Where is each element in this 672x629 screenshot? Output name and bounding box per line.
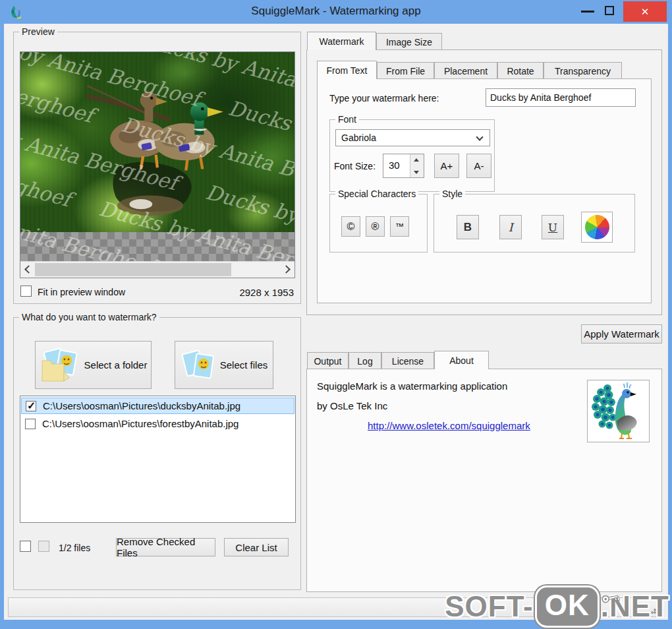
italic-button[interactable]: I xyxy=(499,215,522,239)
tab-output[interactable]: Output xyxy=(307,352,349,369)
apply-watermark-button[interactable]: Apply Watermark xyxy=(581,324,662,344)
chevron-down-icon xyxy=(476,133,483,140)
app-window: SquiggleMark - Watermarking app ✕ Previe… xyxy=(0,0,672,629)
spinner-down-icon[interactable] xyxy=(410,166,424,178)
tab-from-file[interactable]: From File xyxy=(377,62,434,79)
file-path: C:\Users\oosman\Pictures\forestbyAnitab.… xyxy=(42,418,238,429)
font-family-dropdown[interactable]: Gabriola xyxy=(335,129,490,146)
font-family-value: Gabriola xyxy=(341,133,376,143)
close-button[interactable]: ✕ xyxy=(623,1,667,22)
title-bar: SquiggleMark - Watermarking app ✕ xyxy=(0,0,672,24)
transparency-checker xyxy=(20,232,294,261)
preview-group: Preview xyxy=(13,32,301,304)
window-title: SquiggleMark - Watermarking app xyxy=(0,5,672,18)
key-icon xyxy=(601,592,621,604)
registered-button[interactable]: ® xyxy=(366,216,385,237)
font-group: Font Gabriola Font Size: 30 A+ A- xyxy=(329,119,495,192)
spinner-up-icon[interactable] xyxy=(410,154,424,166)
watermark-source-group: What do you want to watermark? Select a … xyxy=(13,317,301,590)
font-size-spinner[interactable]: 30 xyxy=(383,154,424,178)
type-watermark-label: Type your watermark here: xyxy=(329,93,439,104)
peacock-logo-icon xyxy=(588,380,649,442)
peacock-tail xyxy=(592,384,617,429)
partial-select-checkbox[interactable] xyxy=(38,541,49,552)
file-path: C:\Users\oosman\Pictures\ducksbyAnitab.j… xyxy=(43,400,240,411)
copyright-button[interactable]: © xyxy=(341,216,360,237)
about-line1: SquiggleMark is a watermarking applicati… xyxy=(317,380,507,392)
font-size-value: 30 xyxy=(383,154,410,177)
preview-image xyxy=(20,52,294,232)
file-checkbox-unchecked[interactable] xyxy=(25,419,36,429)
tab-watermark[interactable]: Watermark xyxy=(307,32,376,50)
select-folder-label: Select a folder xyxy=(84,359,148,371)
tab-image-size[interactable]: Image Size xyxy=(376,33,442,50)
watermark-source-label: What do you want to watermark? xyxy=(19,312,159,322)
scroll-left-icon[interactable] xyxy=(24,265,33,274)
maximize-button[interactable] xyxy=(605,6,614,15)
preview-group-label: Preview xyxy=(19,26,57,37)
fit-preview-checkbox[interactable] xyxy=(20,285,32,297)
photos-icon xyxy=(181,347,216,384)
preview-horizontal-scrollbar[interactable] xyxy=(20,261,294,278)
minimize-button[interactable] xyxy=(581,7,594,13)
font-decrease-button[interactable]: A- xyxy=(466,154,491,178)
ducks-photo-illustration xyxy=(86,59,231,224)
remove-checked-files-button[interactable]: Remove Checked Files xyxy=(116,538,215,556)
tab-from-text[interactable]: From Text xyxy=(317,61,377,79)
watermark-text-input[interactable] xyxy=(486,88,636,107)
peacock-logo xyxy=(587,380,650,442)
brand-pre: SOFT- xyxy=(445,590,534,623)
style-group: Style B I U xyxy=(434,194,635,253)
file-list: ✓ C:\Users\oosman\Pictures\ducksbyAnitab… xyxy=(20,396,296,523)
file-count-label: 1/2 files xyxy=(59,543,90,553)
preview-frame: Ducks by Anita Berghoef Ducks by Anita B… xyxy=(20,51,295,278)
clear-list-button[interactable]: Clear List xyxy=(224,538,289,556)
folder-photos-icon xyxy=(40,346,80,384)
font-group-label: Font xyxy=(335,114,359,125)
underline-button[interactable]: U xyxy=(542,215,564,239)
select-files-label: Select files xyxy=(220,359,268,371)
brand-ok-badge: OK xyxy=(535,585,600,628)
about-panel: SquiggleMark is a watermarking applicati… xyxy=(306,369,662,592)
website-link[interactable]: http://www.osletek.com/squigglemark xyxy=(368,420,530,431)
special-characters-group: Special Characters © ® ™ xyxy=(329,194,428,253)
special-characters-label: Special Characters xyxy=(335,189,418,199)
scroll-right-icon[interactable] xyxy=(282,265,291,274)
scrollbar-thumb[interactable] xyxy=(35,263,231,276)
file-list-item[interactable]: C:\Users\oosman\Pictures\forestbyAnitab.… xyxy=(21,415,294,432)
tab-placement[interactable]: Placement xyxy=(434,62,497,79)
site-watermark: SOFT- OK .NET xyxy=(445,585,669,628)
font-increase-button[interactable]: A+ xyxy=(434,154,459,178)
style-group-label: Style xyxy=(439,189,465,199)
image-dimensions: 2928 x 1953 xyxy=(239,287,294,298)
select-folder-button[interactable]: Select a folder xyxy=(35,341,152,389)
select-files-button[interactable]: Select files xyxy=(175,341,273,389)
color-wheel-icon xyxy=(585,215,609,239)
fit-preview-label: Fit in preview window xyxy=(38,287,125,297)
tab-license[interactable]: License xyxy=(381,352,434,369)
tab-rotate[interactable]: Rotate xyxy=(497,62,544,79)
tab-log[interactable]: Log xyxy=(349,352,381,369)
about-line2: by OsLe Tek Inc xyxy=(317,400,387,411)
color-picker-button[interactable] xyxy=(581,212,613,243)
trademark-button[interactable]: ™ xyxy=(390,216,409,237)
tab-transparency[interactable]: Transparency xyxy=(544,62,622,79)
tab-about[interactable]: About xyxy=(434,351,489,369)
font-size-label: Font Size: xyxy=(334,161,376,171)
file-checkbox-checked[interactable]: ✓ xyxy=(26,401,36,411)
bold-button[interactable]: B xyxy=(457,215,479,239)
select-all-checkbox[interactable] xyxy=(20,541,31,552)
file-list-item[interactable]: ✓ C:\Users\oosman\Pictures\ducksbyAnitab… xyxy=(21,398,294,414)
